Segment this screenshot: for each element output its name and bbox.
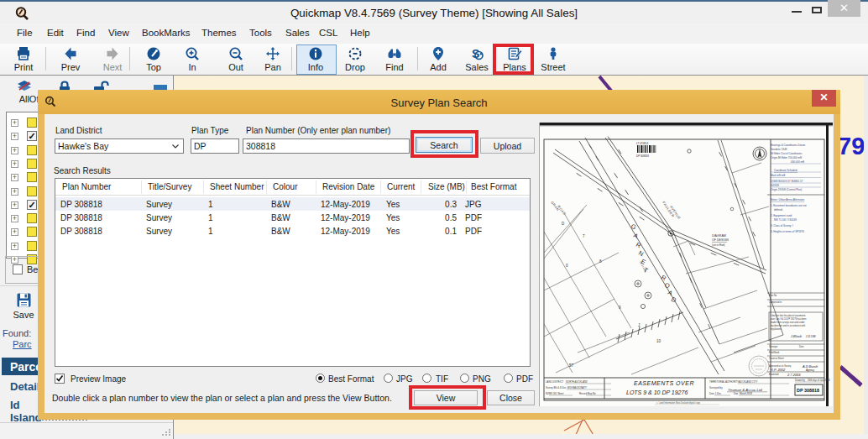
svg-text:1. Easement boundaries are not: 1. Easement boundaries are not [771, 204, 807, 207]
svg-text:2. Equipment used:: 2. Equipment used: [771, 214, 792, 217]
svg-text:10th day of July 2003: 10th day of July 2003 [808, 379, 830, 382]
svg-text:DP 308818: DP 308818 [636, 154, 649, 158]
svg-text:2.10.1998: 2.10.1998 [805, 335, 816, 338]
svg-text:Yeoman & Assoc Ltd: Yeoman & Assoc Ltd [728, 388, 762, 392]
svg-text:NORTH AUCKLAND: NORTH AUCKLAND [566, 380, 588, 384]
svg-text:over Lots 9 & 10 DP 19276 has: over Lots 9 & 10 DP 19276 has been [771, 317, 807, 321]
svg-text:LOTS 9 & 10 DP 19276: LOTS 9 & 10 DP 19276 [626, 389, 688, 395]
svg-text:NZMS 261 Sheet: NZMS 261 Sheet [546, 392, 564, 395]
svg-text:NIK TL100 #740249: NIK TL100 #740249 [774, 218, 797, 222]
svg-text:Coordinate Schedule: Coordinate Schedule [774, 169, 797, 172]
svg-text:DP 308818: DP 308818 [797, 388, 819, 393]
svg-text:Agency: Agency [805, 368, 815, 372]
svg-text:made from surveys executed und: made from surveys executed under [771, 321, 805, 324]
svg-text:BIG MALDONATY: BIG MALDONATY [567, 386, 588, 389]
svg-text:2.7.2003: 2.7.2003 [787, 373, 801, 377]
svg-text:301929: 301929 [771, 184, 779, 187]
svg-text:EASEMENTS OVER: EASEMENTS OVER [634, 380, 694, 386]
svg-text:Surveyed by: Surveyed by [709, 386, 723, 389]
svg-text:Comprised in: Comprised in [769, 301, 782, 304]
svg-text:defined: defined [774, 208, 782, 212]
svg-text:Plan No: Plan No [769, 294, 777, 297]
svg-text:Bearings & Coordinates Datum: Bearings & Coordinates Datum [771, 144, 806, 147]
svg-text:Mt Eden Circuit Coordinates: Mt Eden Circuit Coordinates [771, 152, 803, 155]
svg-text:Date 1: Date 1 [709, 392, 717, 395]
svg-text:Dep: Dep [734, 392, 739, 395]
svg-text:Record Map No: Record Map No [579, 392, 596, 395]
svg-text:Traverse Sheet: Traverse Sheet [769, 357, 784, 360]
svg-text:Drawn by: Drawn by [795, 379, 805, 382]
svg-text:Origin Mt Eden 700,000 mN: Origin Mt Eden 700,000 mN [771, 156, 802, 159]
svg-text:07468 805019.37 394861.57: 07468 805019.37 394861.57 [771, 180, 803, 183]
svg-text:OF DESIGN: OF DESIGN [712, 238, 729, 242]
svg-text:regulations: regulations [771, 327, 782, 331]
svg-text:Mark mN mE: Mark mN mE [771, 174, 786, 177]
svg-text:Field Book: Field Book [769, 351, 780, 354]
svg-text:(set in Red): (set in Red) [712, 243, 725, 247]
svg-text:4. Heights in terms of SP1976: 4. Heights in terms of SP1976 [771, 230, 804, 233]
svg-text:Survey Blk & S.Dist: Survey Blk & S.Dist [546, 386, 566, 389]
svg-text:c. Land Information New Zealan: c. Land Information New Zealand digital … [656, 401, 701, 405]
svg-text:Date: Date [799, 345, 804, 348]
svg-text:I declare that this plan of ea: I declare that this plan of easements [771, 314, 806, 317]
svg-text:LAND DISTRICT: LAND DISTRICT [546, 380, 563, 384]
svg-text:Geodetic 1949: Geodetic 1949 [771, 148, 787, 151]
svg-text:March 2003: March 2003 [740, 392, 752, 395]
svg-text:R.P. 2002: R.P. 2002 [771, 368, 786, 372]
svg-text:J.Black: J.Black [790, 334, 803, 338]
svg-text:Examined: Examined [769, 373, 779, 376]
svg-text:Notes: Urban Areas Alternates: Notes: Urban Areas Alternates [771, 198, 805, 201]
svg-text:my direction and in accordance: my direction and in accordance with [771, 324, 806, 327]
svg-text:LT 470814: LT 470814 [636, 142, 648, 145]
svg-text:400,000 mE: 400,000 mE [791, 160, 804, 164]
svg-text:Surveyor: Surveyor [769, 345, 778, 348]
svg-text:Origin 29/309 (Control Plan): Origin 29/309 (Control Plan) [771, 188, 802, 191]
svg-text:AUCKLAND CITY: AUCKLAND CITY [738, 380, 759, 384]
svg-text:J: J [638, 323, 640, 327]
svg-text:57: 57 [569, 363, 574, 368]
svg-text:TERRITORIAL AUTHORITY: TERRITORIAL AUTHORITY [709, 380, 739, 384]
svg-text:10: 10 [656, 339, 661, 343]
svg-text:Dec: Dec [717, 392, 722, 395]
svg-text:3. Class of Survey: I: 3. Class of Survey: I [771, 224, 793, 227]
svg-text:DIAGRAM: DIAGRAM [712, 234, 726, 238]
